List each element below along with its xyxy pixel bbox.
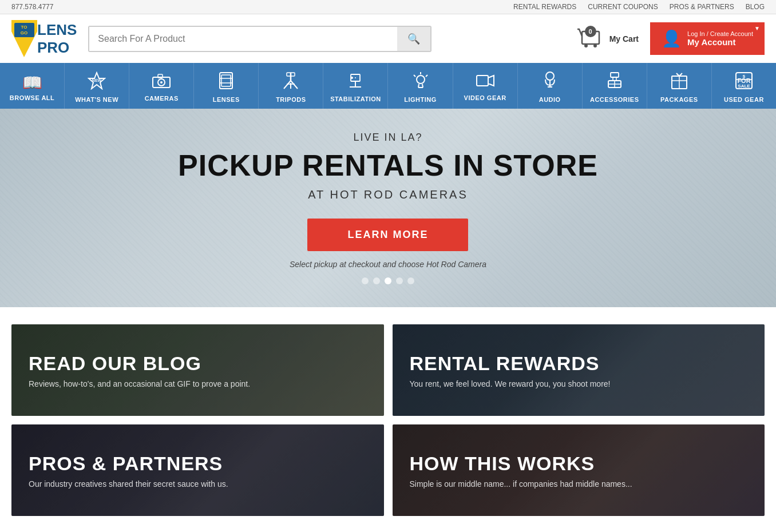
logo-pro: PRO <box>37 39 69 57</box>
nav-tripods[interactable]: TRIPODS <box>259 63 323 109</box>
cart-label: My Cart <box>609 34 639 43</box>
header: TO GO LENS PRO 🔍 0 My Cart <box>0 14 776 63</box>
account-login-text: Log In / Create Account <box>687 30 753 37</box>
card-how-title: HOW THIS WORKS <box>410 452 748 475</box>
search-button[interactable]: 🔍 <box>397 27 430 51</box>
card-rental-rewards[interactable]: RENTAL REWARDS You rent, we feel loved. … <box>393 324 765 416</box>
svg-text:SALE: SALE <box>738 84 750 89</box>
svg-text:TO: TO <box>21 25 27 30</box>
search-input[interactable] <box>89 27 397 51</box>
svg-text:$: $ <box>743 74 746 79</box>
current-coupons-link[interactable]: CURRENT COUPONS <box>588 3 658 11</box>
svg-point-5 <box>584 44 588 47</box>
browse-all-icon: 📖 <box>22 73 42 92</box>
nav-packages[interactable]: PACKAGES <box>647 63 712 109</box>
card-blog-title: READ OUR BLOG <box>29 352 367 375</box>
used-gear-icon: FOR SALE $ <box>735 72 753 94</box>
hero-learn-more-button[interactable]: LEARN MORE <box>307 219 468 251</box>
lighting-icon <box>413 72 429 94</box>
nav-accessories[interactable]: ACCESSORIES <box>583 63 647 109</box>
nav-audio[interactable]: AUDIO <box>518 63 583 109</box>
svg-marker-36 <box>488 76 494 86</box>
lenses-icon <box>218 72 234 94</box>
hero-content: LIVE IN LA? PICKUP RENTALS IN STORE AT H… <box>178 132 598 284</box>
hero-location: AT HOT ROD CAMERAS <box>178 188 598 201</box>
hero-subtitle: LIVE IN LA? <box>178 132 598 144</box>
svg-line-19 <box>291 81 298 89</box>
card-rental-content: RENTAL REWARDS You rent, we feel loved. … <box>393 324 765 416</box>
svg-point-27 <box>355 77 356 78</box>
svg-point-6 <box>593 44 597 47</box>
logo[interactable]: TO GO LENS PRO <box>11 20 77 57</box>
rental-rewards-link[interactable]: RENTAL REWARDS <box>513 3 576 11</box>
hero-title: PICKUP RENTALS IN STORE <box>178 148 598 182</box>
svg-rect-14 <box>221 75 231 86</box>
search-icon: 🔍 <box>407 33 420 45</box>
svg-rect-35 <box>477 76 488 86</box>
account-my-account: My Account <box>687 37 753 47</box>
top-bar-links: RENTAL REWARDS CURRENT COUPONS PROS & PA… <box>513 3 765 11</box>
card-pros-partners[interactable]: PROS & PARTNERS Our industry creatives s… <box>11 424 384 516</box>
account-text: Log In / Create Account My Account <box>687 30 753 47</box>
svg-text:NEW: NEW <box>92 78 102 82</box>
svg-line-18 <box>284 81 291 89</box>
card-read-our-blog[interactable]: READ OUR BLOG Reviews, how-to's, and an … <box>11 324 384 416</box>
tripods-icon <box>282 72 299 94</box>
nav-cameras[interactable]: CAMERAS <box>129 63 194 109</box>
svg-point-26 <box>351 77 353 79</box>
account-dropdown-arrow: ▼ <box>754 25 760 31</box>
hero-dot-3-active[interactable] <box>385 277 391 284</box>
accessories-icon <box>606 72 623 94</box>
audio-icon <box>542 72 558 94</box>
pros-partners-link[interactable]: PROS & PARTNERS <box>670 3 734 11</box>
nav-used-gear[interactable]: FOR SALE $ USED GEAR <box>712 63 776 109</box>
stabilization-icon <box>345 72 366 93</box>
card-how-desc: Simple is our middle name... if companie… <box>410 479 748 489</box>
nav-lenses[interactable]: LENSES <box>194 63 259 109</box>
blog-link[interactable]: BLOG <box>746 3 765 11</box>
whats-new-icon: NEW <box>88 72 106 94</box>
cart-icon-wrap[interactable]: 0 <box>576 25 605 53</box>
svg-point-12 <box>160 81 163 84</box>
card-pros-content: PROS & PARTNERS Our industry creatives s… <box>11 424 384 516</box>
logo-pin-icon: TO GO <box>11 20 37 57</box>
nav-video-gear[interactable]: VIDEO GEAR <box>453 63 518 109</box>
svg-line-30 <box>414 75 415 77</box>
nav-stabilization[interactable]: STABILIZATION <box>323 63 388 109</box>
hero-dot-2[interactable] <box>373 277 380 284</box>
card-how-content: HOW THIS WORKS Simple is our middle name… <box>393 424 765 516</box>
card-blog-content: READ OUR BLOG Reviews, how-to's, and an … <box>11 324 384 416</box>
nav-whats-new[interactable]: NEW WHAT'S NEW <box>65 63 129 109</box>
nav-lighting[interactable]: LIGHTING <box>388 63 453 109</box>
svg-point-31 <box>417 76 425 84</box>
logo-lens: LENS <box>37 21 77 39</box>
account-icon: 👤 <box>662 29 682 48</box>
main-nav: 📖 BROWSE ALL NEW WHAT'S NEW CAMERAS <box>0 63 776 109</box>
account-button[interactable]: ▼ 👤 Log In / Create Account My Account <box>650 22 765 55</box>
card-pros-title: PROS & PARTNERS <box>29 452 367 475</box>
cart-area: 0 My Cart <box>576 25 639 53</box>
cart-badge: 0 <box>585 26 596 37</box>
card-how-this-works[interactable]: HOW THIS WORKS Simple is our middle name… <box>393 424 765 516</box>
top-bar: 877.578.4777 RENTAL REWARDS CURRENT COUP… <box>0 0 776 14</box>
cards-section: READ OUR BLOG Reviews, how-to's, and an … <box>0 307 776 532</box>
hero-section: LIVE IN LA? PICKUP RENTALS IN STORE AT H… <box>0 109 776 307</box>
hero-dot-1[interactable] <box>362 277 369 284</box>
phone-number: 877.578.4777 <box>11 3 53 11</box>
hero-dot-5[interactable] <box>407 277 414 284</box>
packages-icon <box>670 72 688 94</box>
search-bar[interactable]: 🔍 <box>88 26 431 52</box>
logo-text: LENS PRO <box>37 21 77 57</box>
card-blog-desc: Reviews, how-to's, and an occasional cat… <box>29 379 367 388</box>
hero-note: Select pickup at checkout and choose Hot… <box>178 260 598 269</box>
svg-point-37 <box>546 72 554 80</box>
svg-rect-41 <box>611 73 619 77</box>
hero-dot-4[interactable] <box>396 277 403 284</box>
svg-text:GO: GO <box>21 30 27 35</box>
hero-dots <box>178 277 598 284</box>
card-rental-title: RENTAL REWARDS <box>410 352 748 375</box>
card-rental-desc: You rent, we feel loved. We reward you, … <box>410 379 748 388</box>
card-pros-desc: Our industry creatives shared their secr… <box>29 479 367 489</box>
svg-line-29 <box>426 75 427 77</box>
nav-browse-all[interactable]: 📖 BROWSE ALL <box>0 63 65 109</box>
